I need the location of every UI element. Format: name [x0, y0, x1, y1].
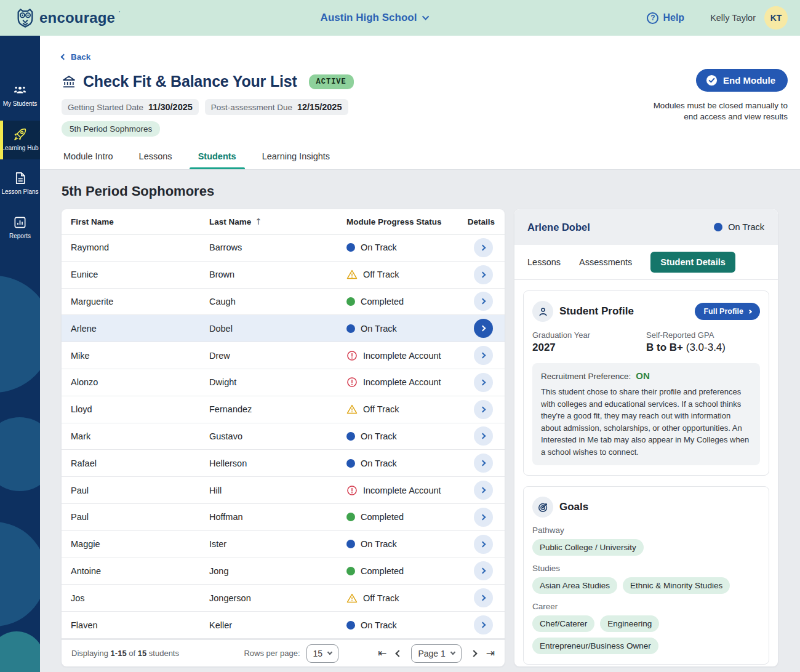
- last-name-cell: Hoffman: [209, 512, 346, 522]
- tab-module-intro[interactable]: Module Intro: [62, 146, 114, 169]
- last-name-cell: Ister: [209, 539, 346, 549]
- full-profile-button[interactable]: Full Profile: [695, 303, 760, 320]
- row-details-button[interactable]: [474, 561, 493, 580]
- status-label: On Track: [361, 324, 397, 334]
- rows-per-page-label: Rows per page:: [244, 649, 300, 658]
- rows-per-page-select[interactable]: 15: [306, 644, 339, 663]
- getting-started-label: Getting Started Date: [68, 103, 143, 112]
- table-row[interactable]: Rafael Hellerson On Track: [62, 450, 505, 477]
- next-page-button[interactable]: [470, 650, 477, 657]
- table-row[interactable]: Paul Hoffman Completed: [62, 504, 505, 531]
- chevron-right-icon: [748, 309, 752, 313]
- row-details-button[interactable]: [474, 346, 493, 365]
- table-row[interactable]: Mark Gustavo On Track: [62, 423, 505, 450]
- last-name-cell: Hellerson: [209, 458, 346, 468]
- first-page-button[interactable]: ⇤: [378, 648, 386, 658]
- on-track-dot-icon: [714, 223, 722, 231]
- table-row[interactable]: Mike Drew Incomplete Account: [62, 342, 505, 369]
- row-details-button[interactable]: [474, 400, 493, 419]
- table-row[interactable]: Eunice Brown Off Track: [62, 262, 505, 289]
- last-name-cell: Caugh: [209, 297, 346, 306]
- table-row[interactable]: Raymond Barrows On Track: [62, 234, 505, 262]
- sidebar-item-my-students[interactable]: My Students: [0, 76, 40, 116]
- status-cell: Off Track: [346, 404, 460, 415]
- table-row[interactable]: Jos Jongerson Off Track: [62, 585, 505, 612]
- recruitment-label: Recruitment Preference:: [541, 372, 631, 381]
- sidebar: My StudentsLearning HubLesson PlansRepor…: [0, 36, 40, 672]
- school-name: Austin High School: [321, 12, 417, 24]
- table-row[interactable]: Lloyd Fernandez Off Track: [62, 396, 505, 423]
- row-details-button[interactable]: [474, 535, 493, 554]
- sidebar-item-learning-hub[interactable]: Learning Hub: [0, 121, 40, 160]
- chevron-right-icon: [480, 326, 486, 332]
- getting-started-value: 11/30/2025: [148, 102, 193, 112]
- recruitment-preference-box: Recruitment Preference: ON This student …: [532, 363, 760, 465]
- detail-tab-student-details[interactable]: Student Details: [650, 252, 735, 273]
- row-details-button[interactable]: [474, 588, 493, 607]
- row-details-button[interactable]: [474, 481, 493, 500]
- row-details-button[interactable]: [474, 508, 493, 527]
- row-details-button[interactable]: [474, 265, 493, 284]
- warning-triangle-icon: [346, 593, 358, 604]
- school-selector[interactable]: Austin High School: [321, 12, 428, 24]
- table-row[interactable]: Alonzo Dwight Incomplete Account: [62, 369, 505, 396]
- chevron-right-icon: [480, 244, 486, 250]
- last-page-button[interactable]: ⇥: [486, 648, 495, 658]
- tab-students[interactable]: Students: [197, 146, 238, 169]
- col-status[interactable]: Module Progress Status: [346, 217, 460, 226]
- row-details-button[interactable]: [474, 426, 493, 446]
- detail-tab-assessments[interactable]: Assessments: [579, 257, 632, 267]
- recruitment-description: This student chose to share their profil…: [541, 386, 751, 458]
- tab-learning-insights[interactable]: Learning Insights: [261, 146, 331, 169]
- tab-lessons[interactable]: Lessons: [138, 146, 174, 169]
- completed-dot-icon: [346, 297, 355, 306]
- owl-icon: [15, 7, 36, 28]
- row-details-button[interactable]: [474, 454, 493, 473]
- table-row[interactable]: Paul Hill Incomplete Account: [62, 477, 505, 504]
- chevron-right-icon: [480, 622, 486, 628]
- end-module-button[interactable]: End Module: [696, 69, 788, 92]
- table-row[interactable]: Marguerite Caugh Completed: [62, 289, 505, 316]
- avatar[interactable]: KT: [764, 6, 788, 30]
- status-label: On Track: [361, 539, 397, 549]
- row-details-button[interactable]: [474, 292, 493, 311]
- sidebar-item-lesson-plans[interactable]: Lesson Plans: [0, 164, 40, 204]
- header-right: ? Help Kelly Taylor KT: [647, 6, 788, 30]
- status-label: On Track: [361, 620, 397, 630]
- back-link[interactable]: Back: [62, 52, 90, 62]
- row-details-button[interactable]: [474, 373, 493, 392]
- sort-ascending-icon[interactable]: ↑: [255, 217, 262, 226]
- last-name-cell: Fernandez: [209, 404, 346, 414]
- help-label: Help: [663, 12, 684, 23]
- col-last-name[interactable]: Last Name ↑: [209, 217, 346, 226]
- brand-logo[interactable]: encourage ′: [15, 7, 120, 28]
- table-row[interactable]: Arlene Dobel On Track: [62, 315, 505, 342]
- chevron-down-icon: [450, 650, 455, 655]
- row-details-button[interactable]: [474, 615, 493, 634]
- status-label: Completed: [361, 297, 404, 306]
- table-row[interactable]: Flaven Keller On Track: [62, 612, 505, 639]
- status-cell: On Track: [346, 620, 460, 630]
- previous-page-button[interactable]: [396, 650, 402, 657]
- goal-chip: Entrepreneur/Business Owner: [532, 638, 658, 654]
- table-row[interactable]: Maggie Ister On Track: [62, 531, 505, 558]
- module-tabs: Module IntroLessonsStudentsLearning Insi…: [62, 146, 788, 169]
- target-icon: [532, 497, 553, 518]
- first-name-cell: Antoine: [71, 566, 209, 576]
- page-select[interactable]: Page 1: [411, 644, 461, 663]
- warning-triangle-icon: [346, 404, 358, 415]
- goal-chip: Chef/Caterer: [532, 615, 594, 632]
- sidebar-item-label: Learning Hub: [1, 145, 39, 153]
- row-details-button[interactable]: [474, 319, 493, 338]
- table-row[interactable]: Antoine Jong Completed: [62, 558, 505, 585]
- sidebar-item-reports[interactable]: Reports: [0, 209, 40, 248]
- col-first-name[interactable]: First Name: [71, 217, 209, 226]
- sidebar-item-label: Lesson Plans: [1, 188, 39, 196]
- status-cell: Incomplete Account: [346, 350, 460, 361]
- status-cell: On Track: [346, 539, 460, 549]
- row-details-button[interactable]: [474, 238, 493, 257]
- status-cell: Off Track: [346, 269, 460, 280]
- first-name-cell: Paul: [71, 486, 209, 495]
- help-button[interactable]: ? Help: [647, 12, 684, 24]
- detail-tab-lessons[interactable]: Lessons: [527, 257, 561, 267]
